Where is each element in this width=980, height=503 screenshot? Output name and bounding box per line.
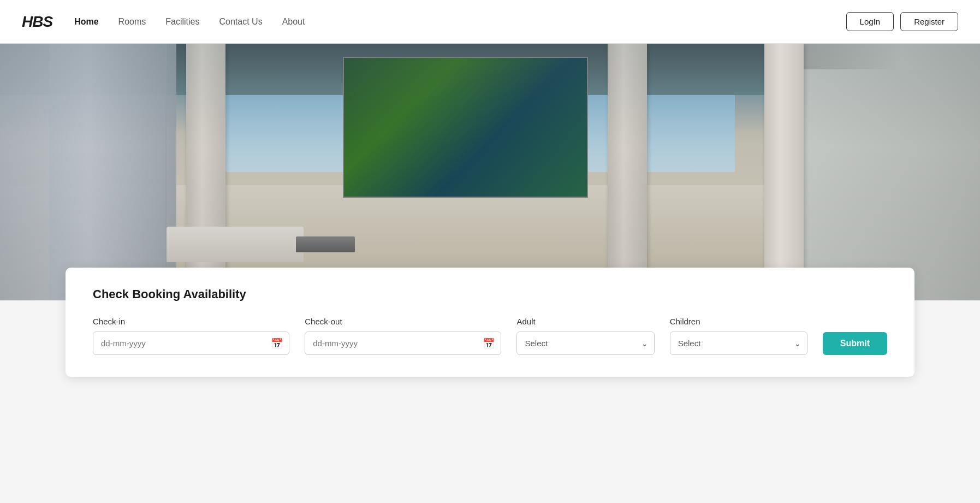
children-select[interactable]: Select 0 1 2 3 4: [670, 332, 807, 355]
adult-select[interactable]: Select 1 2 3 4 5: [516, 332, 654, 355]
hero-image: [0, 44, 980, 300]
checkin-input-wrapper: 📅: [93, 332, 289, 355]
header-left: HBS Home Rooms Facilities Contact Us Abo…: [22, 13, 305, 31]
booking-panel: Check Booking Availability Check-in 📅 Ch…: [66, 268, 914, 377]
adult-select-wrapper: Select 1 2 3 4 5 ⌄: [516, 332, 654, 355]
adult-label: Adult: [516, 317, 654, 326]
checkin-input[interactable]: [93, 332, 289, 355]
hero-scene: [0, 44, 980, 300]
booking-fields: Check-in 📅 Check-out 📅 Adult: [93, 317, 887, 355]
checkout-field-group: Check-out 📅: [305, 317, 501, 355]
login-button[interactable]: LogIn: [846, 12, 894, 31]
main-nav: Home Rooms Facilities Contact Us About: [74, 17, 305, 27]
children-select-wrapper: Select 0 1 2 3 4 ⌄: [670, 332, 807, 355]
checkout-label: Check-out: [305, 317, 501, 326]
hero-overlay: [0, 44, 980, 300]
nav-facilities[interactable]: Facilities: [165, 17, 199, 27]
nav-home[interactable]: Home: [74, 17, 98, 27]
logo: HBS: [22, 13, 52, 31]
nav-contact-us[interactable]: Contact Us: [219, 17, 263, 27]
checkin-label: Check-in: [93, 317, 289, 326]
hero-pillar-3: [764, 44, 804, 300]
adult-field-group: Adult Select 1 2 3 4 5 ⌄: [516, 317, 654, 355]
submit-button[interactable]: Submit: [823, 332, 887, 355]
checkout-input-wrapper: 📅: [305, 332, 501, 355]
booking-panel-wrapper: Check Booking Availability Check-in 📅 Ch…: [0, 268, 980, 393]
booking-title: Check Booking Availability: [93, 287, 887, 301]
register-button[interactable]: Register: [900, 12, 958, 31]
header-right: LogIn Register: [846, 12, 958, 31]
header: HBS Home Rooms Facilities Contact Us Abo…: [0, 0, 980, 44]
nav-rooms[interactable]: Rooms: [118, 17, 146, 27]
checkout-input[interactable]: [305, 332, 501, 355]
children-label: Children: [670, 317, 807, 326]
children-field-group: Children Select 0 1 2 3 4 ⌄: [670, 317, 807, 355]
nav-about[interactable]: About: [282, 17, 305, 27]
checkin-field-group: Check-in 📅: [93, 317, 289, 355]
